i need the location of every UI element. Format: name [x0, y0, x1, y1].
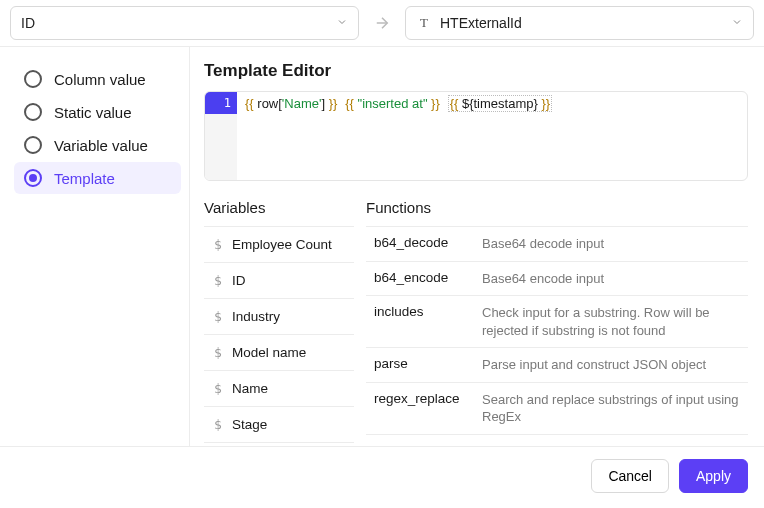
variable-name: Model name [232, 345, 306, 360]
dollar-icon: $ [212, 381, 224, 396]
dollar-icon: $ [212, 417, 224, 432]
function-name: parse [374, 356, 470, 371]
target-field-select[interactable]: T HTExternalId [405, 6, 754, 40]
variable-item[interactable]: $ID [204, 263, 354, 299]
editor-gutter: 1 [205, 92, 237, 180]
dollar-icon: $ [212, 309, 224, 324]
main-panel: Column valueStatic valueVariable valueTe… [0, 47, 764, 447]
functions-header: Functions [366, 199, 748, 216]
text-type-icon: T [416, 15, 432, 31]
arrow-right-icon [369, 14, 395, 32]
function-name: b64_decode [374, 235, 470, 250]
variable-name: Industry [232, 309, 280, 324]
function-item[interactable]: regex_replaceSearch and replace substrin… [366, 383, 748, 435]
dollar-icon: $ [212, 237, 224, 252]
radio-variable-value[interactable]: Variable value [14, 129, 181, 161]
radio-icon [24, 136, 42, 154]
function-item[interactable]: parseParse input and construct JSON obje… [366, 348, 748, 383]
radio-icon [24, 103, 42, 121]
functions-column: Functions b64_decodeBase64 decode inputb… [366, 199, 748, 446]
function-description: Check input for a substring. Row will be… [482, 304, 740, 339]
radio-icon [24, 70, 42, 88]
function-name: regex_test [374, 443, 470, 446]
chevron-down-icon [731, 15, 743, 31]
radio-label: Column value [54, 71, 146, 88]
cancel-button[interactable]: Cancel [591, 459, 669, 493]
editor-title: Template Editor [204, 61, 748, 81]
template-code-editor[interactable]: 1 {{ row['Name'] }} {{ "inserted at" }} … [204, 91, 748, 181]
variable-item[interactable]: $Industry [204, 299, 354, 335]
function-description: Base64 decode input [482, 235, 604, 253]
variable-item[interactable]: $Model name [204, 335, 354, 371]
variable-item[interactable]: $Stage [204, 407, 354, 443]
function-item[interactable]: b64_decodeBase64 decode input [366, 227, 748, 262]
source-field-value: ID [21, 15, 35, 31]
variable-item[interactable]: $Employee Count [204, 227, 354, 263]
dollar-icon: $ [212, 345, 224, 360]
variables-column: Variables $Employee Count$ID$Industry$Mo… [204, 199, 354, 446]
function-name: b64_encode [374, 270, 470, 285]
radio-label: Static value [54, 104, 132, 121]
function-name: regex_replace [374, 391, 470, 406]
source-field-select[interactable]: ID [10, 6, 359, 40]
radio-label: Template [54, 170, 115, 187]
apply-button[interactable]: Apply [679, 459, 748, 493]
radio-column-value[interactable]: Column value [14, 63, 181, 95]
chevron-down-icon [336, 15, 348, 31]
function-item[interactable]: regex_testCheck input for a RegEx match.… [366, 435, 748, 446]
function-item[interactable]: b64_encodeBase64 encode input [366, 262, 748, 297]
variable-name: ID [232, 273, 246, 288]
value-type-sidebar: Column valueStatic valueVariable valueTe… [0, 47, 190, 446]
function-description: Parse input and construct JSON object [482, 356, 706, 374]
variable-item[interactable]: $Name [204, 371, 354, 407]
radio-label: Variable value [54, 137, 148, 154]
function-description: Check input for a RegEx match. Row will … [482, 443, 740, 446]
radio-static-value[interactable]: Static value [14, 96, 181, 128]
dollar-icon: $ [212, 273, 224, 288]
dialog-footer: Cancel Apply [0, 447, 764, 505]
radio-template[interactable]: Template [14, 162, 181, 194]
reference-lists: Variables $Employee Count$ID$Industry$Mo… [204, 199, 748, 446]
top-mapping-row: ID T HTExternalId [0, 0, 764, 47]
template-content: Template Editor 1 {{ row['Name'] }} {{ "… [190, 47, 764, 446]
line-number: 1 [205, 92, 237, 114]
target-field-value: HTExternalId [440, 15, 522, 31]
variable-name: Name [232, 381, 268, 396]
function-item[interactable]: includesCheck input for a substring. Row… [366, 296, 748, 348]
editor-code-area[interactable]: {{ row['Name'] }} {{ "inserted at" }} {{… [237, 92, 560, 180]
variable-name: Stage [232, 417, 267, 432]
variables-list: $Employee Count$ID$Industry$Model name$N… [204, 226, 354, 446]
function-description: Search and replace substrings of input u… [482, 391, 740, 426]
variable-name: Employee Count [232, 237, 332, 252]
function-name: includes [374, 304, 470, 319]
functions-list: b64_decodeBase64 decode inputb64_encodeB… [366, 226, 748, 446]
variables-header: Variables [204, 199, 354, 216]
function-description: Base64 encode input [482, 270, 604, 288]
radio-icon [24, 169, 42, 187]
